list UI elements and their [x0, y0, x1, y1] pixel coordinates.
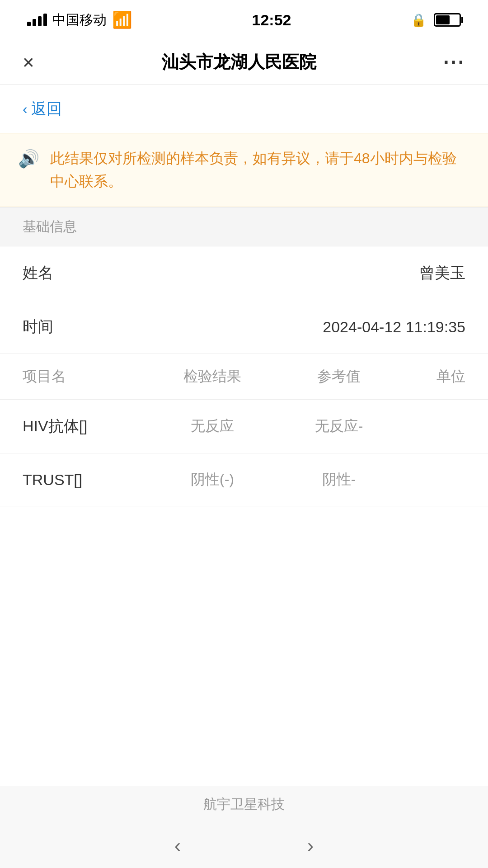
table-body: HIV抗体[] 无反应 无反应- TRUST[] 阴性(-) 阴性-	[0, 400, 488, 506]
row-result-0: 无反应	[149, 416, 276, 436]
carrier-text: 中国移动	[52, 11, 107, 29]
row-name-0: HIV抗体[]	[23, 416, 149, 437]
nav-bar: × 汕头市龙湖人民医院 ···	[0, 40, 488, 85]
lock-icon: 🔒	[411, 13, 427, 28]
time-label: 时间	[23, 316, 53, 337]
row-result-1: 阴性(-)	[149, 470, 276, 490]
col-header-result: 检验结果	[149, 367, 276, 387]
table-row: TRUST[] 阴性(-) 阴性-	[0, 453, 488, 506]
signal-icon	[27, 14, 47, 26]
row-ref-0: 无反应-	[276, 416, 402, 436]
footer-text: 航宇卫星科技	[203, 797, 285, 811]
back-chevron-icon: ‹	[23, 101, 28, 118]
status-bar: 中国移动 📶 12:52 🔒	[0, 0, 488, 40]
notice-text: 此结果仅对所检测的样本负责，如有异议，请于48小时内与检验中心联系。	[50, 147, 465, 193]
row-ref-1: 阴性-	[276, 470, 402, 490]
table-header: 项目名 检验结果 参考值 单位	[0, 354, 488, 400]
section-header-label: 基础信息	[23, 219, 77, 234]
notice-banner: 🔊 此结果仅对所检测的样本负责，如有异议，请于48小时内与检验中心联系。	[0, 133, 488, 207]
section-header: 基础信息	[0, 207, 488, 246]
status-bar-left: 中国移动 📶	[27, 10, 132, 29]
nav-title: 汕头市龙湖人民医院	[162, 51, 316, 74]
battery-icon	[434, 13, 461, 27]
col-header-name: 项目名	[23, 367, 149, 387]
bottom-nav: ‹ ›	[0, 823, 488, 868]
row-name-1: TRUST[]	[23, 471, 149, 489]
nav-forward-button[interactable]: ›	[307, 835, 314, 857]
status-bar-right: 🔒	[411, 13, 461, 28]
close-button[interactable]: ×	[23, 51, 34, 74]
name-value: 曾美玉	[419, 263, 465, 283]
footer: 航宇卫星科技	[0, 786, 488, 823]
back-button[interactable]: ‹ 返回	[23, 99, 465, 119]
nav-back-button[interactable]: ‹	[174, 835, 181, 857]
name-label: 姓名	[23, 263, 53, 283]
status-time: 12:52	[252, 11, 291, 29]
col-header-unit: 单位	[402, 367, 465, 387]
more-button[interactable]: ···	[443, 51, 465, 74]
col-header-ref: 参考值	[276, 367, 402, 387]
speaker-icon: 🔊	[18, 149, 39, 169]
back-label: 返回	[31, 99, 62, 119]
name-row: 姓名 曾美玉	[0, 246, 488, 300]
time-row: 时间 2024-04-12 11:19:35	[0, 300, 488, 354]
table-row: HIV抗体[] 无反应 无反应-	[0, 400, 488, 453]
back-section: ‹ 返回	[0, 85, 488, 133]
time-value: 2024-04-12 11:19:35	[323, 318, 465, 336]
wifi-icon: 📶	[112, 10, 132, 29]
